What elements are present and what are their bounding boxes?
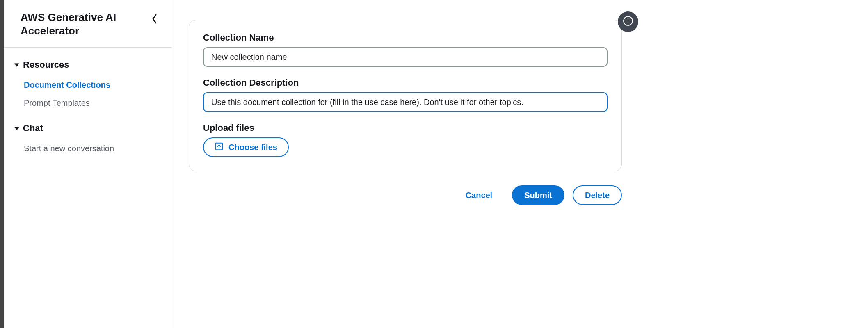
chevron-left-icon [151,14,158,26]
svg-marker-0 [14,63,19,66]
sidebar-item-label: Document Collections [24,80,110,89]
svg-point-4 [628,18,629,20]
window-edge-strip [0,0,4,328]
collection-description-label: Collection Description [203,77,608,88]
upload-icon [215,142,224,153]
sidebar-item-label: Start a new conversation [24,144,114,153]
nav-group-label: Resources [23,57,69,72]
info-button[interactable] [618,11,638,32]
nav-group-label: Chat [23,121,43,135]
main-content: Collection Name Collection Description U… [172,0,638,328]
sidebar-item-label: Prompt Templates [24,98,90,107]
nav-group-resources[interactable]: Resources [4,57,172,72]
collection-description-input[interactable] [203,92,608,112]
choose-files-button[interactable]: Choose files [203,137,289,157]
collection-form-card: Collection Name Collection Description U… [189,20,622,171]
svg-marker-1 [14,127,19,130]
nav-group-chat[interactable]: Chat [4,121,172,135]
cancel-button[interactable]: Cancel [454,185,504,205]
sidebar-nav: Resources Document Collections Prompt Te… [4,48,172,166]
submit-label: Submit [524,191,552,200]
choose-files-label: Choose files [228,143,277,152]
collapse-sidebar-button[interactable] [147,12,162,27]
caret-down-icon [14,62,20,68]
caret-down-icon [14,125,20,131]
cancel-label: Cancel [466,191,493,200]
upload-files-label: Upload files [203,123,608,133]
field-upload-files: Upload files Choose files [203,123,608,157]
info-icon [623,16,633,28]
sidebar-item-start-new-conversation[interactable]: Start a new conversation [24,139,172,157]
sidebar-item-document-collections[interactable]: Document Collections [24,76,172,94]
collection-name-label: Collection Name [203,32,608,43]
sidebar: AWS Generative AI Accelerator Resources [4,0,172,328]
collection-name-input[interactable] [203,47,608,67]
field-collection-description: Collection Description [203,77,608,112]
field-collection-name: Collection Name [203,32,608,67]
sidebar-item-prompt-templates[interactable]: Prompt Templates [24,94,172,112]
form-actions: Cancel Submit Delete [189,185,622,205]
delete-button[interactable]: Delete [573,185,622,205]
sidebar-header: AWS Generative AI Accelerator [4,0,172,48]
submit-button[interactable]: Submit [512,185,564,205]
delete-label: Delete [585,191,610,200]
app-title: AWS Generative AI Accelerator [21,11,144,37]
right-whitespace [638,0,868,328]
